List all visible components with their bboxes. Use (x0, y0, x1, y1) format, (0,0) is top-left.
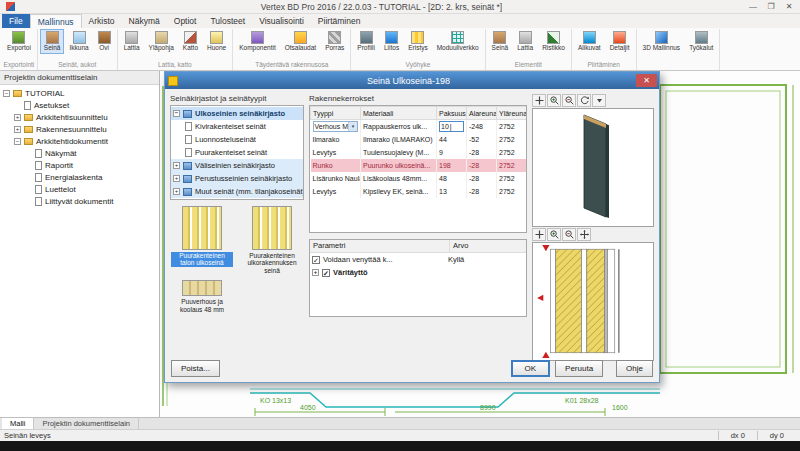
insulation-button[interactable]: Eristys (404, 29, 432, 54)
delete-button[interactable]: Poista... (171, 360, 220, 377)
zoom-out-icon[interactable] (562, 228, 576, 241)
close-button[interactable]: ✕ (780, 0, 798, 13)
zoom-in-icon[interactable] (547, 228, 561, 241)
floor-tool-button[interactable]: Lattia (120, 29, 144, 54)
tab-tulosteet[interactable]: Tulosteet (203, 14, 252, 28)
tab-nakyma[interactable]: Näkymä (122, 14, 167, 28)
preview-3d-view[interactable] (532, 108, 654, 227)
expand-icon[interactable]: + (312, 269, 319, 276)
wall-type-thumbnail-selected[interactable]: Puurakenteinen talon ulkoseinä (170, 206, 234, 274)
table-row-selected[interactable]: RunkoPuurunko ulkoseinä...198-282752 (311, 159, 527, 172)
collapse-icon[interactable]: − (173, 110, 180, 117)
table-row[interactable]: LevytysTuulensuojalevy (M...9-282752 (311, 146, 527, 159)
tab-visualisointi[interactable]: Visualisointi (252, 14, 311, 28)
table-row[interactable]: Verhous M...▾ Rappauskerros ulk... 10| -… (311, 120, 527, 133)
ceiling-tool-button[interactable]: Yläpohja (145, 29, 178, 54)
collapse-icon[interactable]: − (14, 138, 21, 145)
cancel-button[interactable]: Peruuta (555, 360, 603, 377)
tree-item[interactable]: −Arkkitehtidokumentit (0, 135, 159, 147)
collapse-icon[interactable]: − (3, 90, 10, 97)
room-tool-button[interactable]: Huone (203, 29, 230, 54)
expand-icon[interactable]: + (14, 126, 21, 133)
tree-item[interactable]: Raportit (0, 159, 159, 171)
library-tree-item[interactable]: Kivirakenteiset seinät (171, 120, 303, 133)
tab-piirtaminen[interactable]: Piirtäminen (311, 14, 368, 28)
preview-section-view[interactable] (532, 242, 654, 361)
chevron-down-icon[interactable] (592, 94, 606, 107)
joint-button[interactable]: Liitos (380, 29, 403, 54)
subpictures-button[interactable]: Alikuvat (574, 29, 605, 54)
tree-item-root[interactable]: −TUTORIAL (0, 87, 159, 99)
library-tree-item-selected[interactable]: −Ulkoseinien seinäkirjasto (171, 107, 303, 120)
floor-element-button[interactable]: Lattia (513, 29, 537, 54)
export-button[interactable]: Exportoi (3, 29, 35, 54)
dialog-title-bar[interactable]: Seinä Ulkoseinä-198 ✕ (165, 72, 659, 89)
components-button[interactable]: Komponentit (235, 29, 280, 54)
col-header[interactable]: Parametri (310, 240, 450, 252)
maximize-button[interactable]: ❐ (762, 0, 780, 13)
fascia-button[interactable]: Otsalaudat (281, 29, 320, 54)
parameter-row[interactable]: ✓Voidaan venyttää k... Kyllä (310, 253, 526, 266)
library-tree-item[interactable]: +Perustusseinien seinäkirjasto (171, 172, 303, 185)
expand-icon[interactable]: + (173, 175, 180, 182)
parameter-value[interactable]: Kyllä (448, 255, 464, 264)
tab-project-browser[interactable]: Projektin dokumenttiselain (34, 418, 139, 429)
tree-item[interactable]: +Arkkitehtisuunnittelu (0, 111, 159, 123)
minimize-button[interactable]: — (744, 0, 762, 13)
wall-type-thumbnail[interactable]: Puuverhous ja koolaus 48 mm (170, 280, 234, 313)
help-button[interactable]: Ohje (616, 360, 653, 377)
table-row[interactable]: Lisärunko Naulau...Lisäkoolaus 48mm...48… (311, 172, 527, 185)
library-tree-item[interactable]: Luonnosteluseinät (171, 133, 303, 146)
col-header[interactable]: Materiaali (361, 107, 437, 120)
expand-icon[interactable]: + (173, 188, 180, 195)
library-tree-item[interactable]: +Väliseinien seinäkirjasto (171, 159, 303, 172)
tab-optiot[interactable]: Optiot (167, 14, 204, 28)
rotate-icon[interactable] (577, 94, 591, 107)
wall-type-thumbnail[interactable]: Puurakenteinen ulkorakennuksen seinä (240, 206, 304, 274)
library-tree-item[interactable]: Puurakenteiset seinät (171, 146, 303, 159)
table-row[interactable]: IlmarakoIlmarako (ILMARAKO)44-522752 (311, 133, 527, 146)
thickness-input[interactable]: 10| (439, 121, 464, 132)
tab-malli[interactable]: Malli (2, 418, 34, 429)
details-button[interactable]: Detaljit (606, 29, 634, 54)
chevron-down-icon[interactable]: ▾ (348, 122, 357, 131)
truss-button[interactable]: Ristikko (538, 29, 569, 54)
window-tool-button[interactable]: Ikkuna (65, 29, 92, 54)
dialog-close-button[interactable]: ✕ (636, 74, 657, 87)
zoom-in-icon[interactable] (547, 94, 561, 107)
tree-item[interactable]: Luettelot (0, 183, 159, 195)
roof-tool-button[interactable]: Katto (179, 29, 202, 54)
tree-item[interactable]: Liittyvät dokumentit (0, 195, 159, 207)
checkbox-checked-icon[interactable]: ✓ (312, 256, 320, 264)
col-header[interactable]: Tyyppi (311, 107, 361, 120)
tree-item[interactable]: Asetukset (0, 99, 159, 111)
zoom-out-icon[interactable] (562, 94, 576, 107)
col-header[interactable]: Arvo (450, 240, 526, 252)
checkbox-checked-icon[interactable]: ✓ (322, 269, 330, 277)
tab-mallinnus[interactable]: Mallinnus (30, 14, 82, 28)
drawing-canvas[interactable]: KO 13x13 4050 8990 K01 28x28 1600 Seinä … (160, 71, 800, 417)
stairs-button[interactable]: Porras (321, 29, 348, 54)
wall-tool-button[interactable]: Seinä (40, 29, 65, 54)
ok-button[interactable]: OK (511, 360, 551, 377)
module-grid-button[interactable]: Moduuliverkko (433, 29, 483, 54)
pan-icon[interactable] (532, 228, 546, 241)
wall-element-button[interactable]: Seinä (488, 29, 513, 54)
profile-button[interactable]: Profiili (353, 29, 379, 54)
door-tool-button[interactable]: Ovi (94, 29, 115, 54)
pan-icon[interactable] (532, 94, 546, 107)
tree-item[interactable]: +Rakennesuunnittelu (0, 123, 159, 135)
parameter-row[interactable]: +✓Väritäyttö (310, 266, 526, 279)
layer-type-dropdown[interactable]: Verhous M...▾ (313, 121, 359, 132)
tree-item[interactable]: Näkymät (0, 147, 159, 159)
tree-item[interactable]: Energialaskenta (0, 171, 159, 183)
expand-icon[interactable]: + (173, 162, 180, 169)
library-tree-item[interactable]: +Muut seinät (mm. tilanjakoseinät) (171, 185, 303, 198)
expand-icon[interactable]: + (14, 114, 21, 121)
tools-button[interactable]: Työkalut (685, 29, 717, 54)
col-header[interactable]: Yläreuna (497, 107, 527, 120)
modeling-3d-button[interactable]: 3D Mallinnus (639, 29, 685, 54)
tab-arkisto[interactable]: Arkisto (82, 14, 122, 28)
tab-file[interactable]: File (2, 14, 30, 28)
col-header[interactable]: Paksuus (437, 107, 467, 120)
